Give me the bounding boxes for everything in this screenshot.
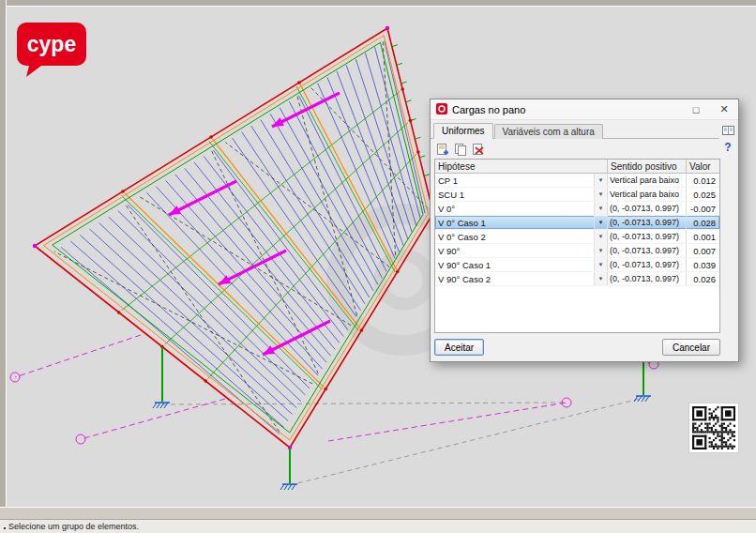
valor-cell[interactable]: 0.012 xyxy=(687,174,719,187)
sentido-cell[interactable]: Vertical para baixo xyxy=(608,188,687,201)
chevron-down-icon[interactable]: ▾ xyxy=(594,174,607,187)
top-toolbar-strip xyxy=(0,0,756,7)
hipotese-cell[interactable]: V 0° Caso 1▾ xyxy=(435,216,608,229)
hipotese-value: V 0° Caso 2 xyxy=(438,232,486,242)
close-button[interactable]: ✕ xyxy=(710,99,738,119)
hipotese-cell[interactable]: V 90° Caso 2▾ xyxy=(435,272,608,285)
sentido-cell[interactable]: Vertical para baixo xyxy=(608,174,687,187)
sentido-cell[interactable]: (0, -0.0713, 0.997) xyxy=(608,244,687,257)
dialog-titlebar[interactable]: Cargas no pano □ ✕ xyxy=(431,99,738,120)
aceitar-button[interactable]: Aceitar xyxy=(434,339,484,356)
cargas-no-pano-dialog: Cargas no pano □ ✕ Uniformes Variáveis c… xyxy=(430,99,739,362)
load-table-body: CP 1▾Vertical para baixo0.012SCU 1▾Verti… xyxy=(434,174,720,333)
add-row-icon[interactable] xyxy=(435,142,449,156)
hipotese-value: V 90° Caso 2 xyxy=(438,274,491,284)
sentido-cell[interactable]: (0, -0.0713, 0.997) xyxy=(608,202,687,215)
chevron-down-icon[interactable]: ▾ xyxy=(594,216,607,229)
left-toolbar-strip xyxy=(0,0,7,508)
dialog-title: Cargas no pano xyxy=(452,104,525,115)
hipotese-cell[interactable]: V 90°▾ xyxy=(435,244,608,257)
table-row[interactable]: V 90°▾(0, -0.0713, 0.997)0.007 xyxy=(435,244,719,258)
sentido-cell[interactable]: (0, -0.0713, 0.997) xyxy=(608,216,687,229)
logo-text: cype xyxy=(27,32,76,56)
hipotese-cell[interactable]: V 0°▾ xyxy=(435,202,608,215)
table-row[interactable]: CP 1▾Vertical para baixo0.012 xyxy=(435,174,719,188)
chevron-down-icon[interactable]: ▾ xyxy=(594,188,607,201)
valor-cell[interactable]: 0.026 xyxy=(687,272,719,285)
hipotese-value: CP 1 xyxy=(438,175,458,186)
qr-code xyxy=(689,404,738,452)
header-valor: Valor xyxy=(687,160,719,173)
sentido-cell[interactable]: (0, -0.0713, 0.997) xyxy=(608,258,687,271)
table-row[interactable]: SCU 1▾Vertical para baixo0.025 xyxy=(435,188,719,202)
manual-book-icon[interactable] xyxy=(721,124,734,136)
table-toolbar xyxy=(434,141,720,157)
chevron-down-icon[interactable]: ▾ xyxy=(594,244,607,257)
cype-logo: cype xyxy=(15,21,88,83)
uniformes-panel: Hipótese Sentido positivo Valor CP 1▾Ver… xyxy=(434,141,720,356)
tab-uniformes[interactable]: Uniformes xyxy=(433,123,493,139)
cancelar-button[interactable]: Cancelar xyxy=(662,339,720,356)
valor-cell[interactable]: 0.007 xyxy=(687,244,719,257)
sentido-cell[interactable]: (0, -0.0713, 0.997) xyxy=(608,272,687,285)
status-text: Selecione um grupo de elementos. xyxy=(8,522,139,531)
valor-cell[interactable]: -0.007 xyxy=(687,202,719,215)
table-row[interactable]: V 0°▾(0, -0.0713, 0.997)-0.007 xyxy=(435,202,719,216)
bottom-toolbar-strip xyxy=(0,507,756,519)
help-icon[interactable]: ? xyxy=(721,141,734,153)
chevron-down-icon[interactable]: ▾ xyxy=(594,230,607,243)
chevron-down-icon[interactable]: ▾ xyxy=(594,202,607,215)
hipotese-value: V 0° Caso 1 xyxy=(438,218,486,228)
hipotese-value: V 0° xyxy=(438,204,455,214)
valor-cell[interactable]: 0.028 xyxy=(687,216,719,229)
dialog-icon xyxy=(436,103,447,116)
table-row[interactable]: V 90° Caso 2▾(0, -0.0713, 0.997)0.026 xyxy=(435,272,719,286)
hipotese-cell[interactable]: V 0° Caso 2▾ xyxy=(435,230,608,243)
hipotese-value: V 90° Caso 1 xyxy=(438,260,491,270)
valor-cell[interactable]: 0.039 xyxy=(687,258,719,271)
status-cursor xyxy=(4,527,6,529)
sentido-cell[interactable]: (0, -0.0713, 0.997) xyxy=(608,230,687,243)
valor-cell[interactable]: 0.001 xyxy=(687,230,719,243)
table-row[interactable]: V 0° Caso 1▾(0, -0.0713, 0.997)0.028 xyxy=(435,216,719,230)
tab-bar: Uniformes Variáveis com a altura xyxy=(431,120,719,139)
delete-row-icon[interactable] xyxy=(471,142,485,156)
table-row[interactable]: V 90° Caso 1▾(0, -0.0713, 0.997)0.039 xyxy=(435,258,719,272)
hipotese-value: V 90° xyxy=(438,246,460,256)
maximize-button[interactable]: □ xyxy=(682,99,710,119)
table-row[interactable]: V 0° Caso 2▾(0, -0.0713, 0.997)0.001 xyxy=(435,230,719,244)
dialog-buttons: Aceitar Cancelar xyxy=(434,339,720,356)
tab-variaveis-com-a-altura[interactable]: Variáveis com a altura xyxy=(494,124,603,139)
header-sentido-positivo: Sentido positivo xyxy=(608,160,687,173)
app-window: cype Cargas no pano □ ✕ Uniformes Variáv… xyxy=(0,0,756,533)
hipotese-cell[interactable]: CP 1▾ xyxy=(435,174,608,187)
status-bar: Selecione um grupo de elementos. xyxy=(0,519,756,533)
copy-row-icon[interactable] xyxy=(453,142,467,156)
valor-cell[interactable]: 0.025 xyxy=(687,188,719,201)
chevron-down-icon[interactable]: ▾ xyxy=(594,258,607,271)
hipotese-cell[interactable]: SCU 1▾ xyxy=(435,188,608,201)
header-hipotese: Hipótese xyxy=(435,160,608,173)
hipotese-value: SCU 1 xyxy=(438,190,464,200)
hipotese-cell[interactable]: V 90° Caso 1▾ xyxy=(435,258,608,271)
table-header: Hipótese Sentido positivo Valor xyxy=(434,159,720,174)
chevron-down-icon[interactable]: ▾ xyxy=(594,272,607,285)
